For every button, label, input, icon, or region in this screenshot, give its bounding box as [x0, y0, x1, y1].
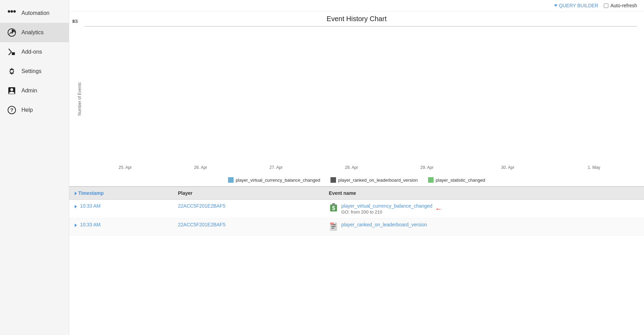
- x-tick-apr27: 27. Apr: [270, 165, 283, 170]
- svg-point-6: [10, 70, 13, 73]
- auto-refresh-control: Auto-refresh: [604, 3, 637, 8]
- sidebar-item-label: Admin: [21, 88, 37, 94]
- sidebar-item-label: Settings: [21, 68, 42, 74]
- col-event-label: Event name: [329, 190, 356, 196]
- legend-label-leaderboard: player_ranked_on_leaderboard_version: [338, 178, 418, 183]
- x-tick-apr28: 28. Apr: [345, 165, 358, 170]
- topbar: QUERY BUILDER Auto-refresh: [69, 0, 644, 11]
- settings-icon: [7, 66, 17, 76]
- svg-rect-4: [12, 52, 15, 55]
- x-tick-apr30: 30. Apr: [501, 165, 514, 170]
- chart-section: Event History Chart Number of Events 0 2…: [69, 11, 644, 186]
- analytics-icon: [7, 28, 17, 37]
- player-link-0[interactable]: 22ACC5F201E2BAF5: [178, 203, 225, 209]
- sidebar-item-addons[interactable]: Add-ons: [0, 42, 69, 62]
- chart-title: Event History Chart: [76, 15, 637, 23]
- sort-icon-timestamp: [75, 192, 77, 195]
- x-tick-apr26: 26. Apr: [194, 165, 207, 170]
- cell-event-0: $ player_virtual_currency_balance_change…: [323, 200, 644, 218]
- table-row: 10:33 AM 22ACC5F201E2BAF5: [69, 218, 644, 235]
- red-arrow-icon: ←: [435, 205, 442, 213]
- col-event-name: Event name: [323, 187, 644, 200]
- event-link-0[interactable]: player_virtual_currency_balance_changed: [341, 203, 432, 209]
- svg-text:?: ?: [10, 107, 13, 113]
- svg-point-0: [8, 10, 10, 13]
- chart-legend: player_virtual_currency_balance_changed …: [76, 177, 637, 183]
- x-axis: 25. Apr 26. Apr 27. Apr 28. Apr 29. Apr …: [98, 164, 637, 172]
- svg-rect-22: [330, 223, 334, 225]
- x-tick-apr25: 25. Apr: [119, 165, 132, 170]
- svg-point-8: [10, 88, 13, 91]
- col-timestamp-label: Timestamp: [78, 190, 104, 196]
- legend-color-leaderboard: [330, 177, 336, 183]
- x-tick-apr29: 29. Apr: [420, 165, 434, 170]
- col-player-label: Player: [178, 190, 192, 196]
- table-header-row: Timestamp Player Event name: [69, 187, 644, 200]
- col-timestamp[interactable]: Timestamp: [69, 187, 172, 200]
- legend-color-statistic: [428, 177, 434, 183]
- auto-refresh-checkbox[interactable]: [604, 3, 608, 8]
- cell-timestamp-0: 10:33 AM: [69, 200, 172, 218]
- sidebar: Automation Analytics Add-ons: [0, 0, 69, 335]
- chevron-down-icon: [554, 4, 557, 7]
- sidebar-item-automation[interactable]: Automation: [0, 3, 69, 23]
- automation-icon: [7, 8, 17, 18]
- cell-event-1: player_ranked_on_leaderboard_version: [323, 218, 644, 235]
- svg-point-1: [11, 10, 13, 13]
- table-row: 10:33 AM 22ACC5F201E2BAF5 $: [69, 200, 644, 218]
- event-link-1[interactable]: player_ranked_on_leaderboard_version: [341, 222, 427, 227]
- sidebar-item-label: Automation: [21, 10, 49, 16]
- event-info-0: player_virtual_currency_balance_changed …: [341, 203, 432, 215]
- chevron-right-icon: [75, 224, 77, 227]
- svg-text:$: $: [332, 205, 335, 211]
- sidebar-item-settings[interactable]: Settings: [0, 62, 69, 81]
- addons-icon: [7, 47, 17, 57]
- query-builder-button[interactable]: QUERY BUILDER: [554, 3, 598, 8]
- legend-color-currency: [228, 177, 234, 183]
- chart-svg-wrapper: [84, 27, 637, 164]
- chart-inner: 0 2.5 5 7.5 10: [84, 26, 637, 172]
- timestamp-link-1[interactable]: 10:33 AM: [80, 222, 100, 227]
- sidebar-item-label: Help: [21, 107, 33, 113]
- sidebar-item-label: Analytics: [21, 29, 44, 36]
- event-detail-0: GO: from 200 to 210: [341, 209, 432, 215]
- event-info-1: player_ranked_on_leaderboard_version: [341, 222, 427, 227]
- legend-label-currency: player_virtual_currency_balance_changed: [236, 178, 320, 183]
- event-name-cell-1: player_ranked_on_leaderboard_version: [329, 222, 638, 232]
- cell-player-1: 22ACC5F201E2BAF5: [172, 218, 323, 235]
- expand-icon-0[interactable]: [75, 204, 78, 209]
- sidebar-item-analytics[interactable]: Analytics: [0, 23, 69, 42]
- event-icon-currency: $: [329, 203, 338, 213]
- sidebar-item-help[interactable]: ? Help: [0, 100, 69, 120]
- event-name-cell-0: $ player_virtual_currency_balance_change…: [329, 203, 638, 215]
- main-content: QUERY BUILDER Auto-refresh Event History…: [69, 0, 644, 335]
- grid-line-100: [85, 26, 637, 26]
- x-tick-may1: 1. May: [588, 165, 600, 170]
- sidebar-item-label: Add-ons: [21, 49, 42, 55]
- expand-icon-1[interactable]: [75, 223, 78, 227]
- events-table: Timestamp Player Event name: [69, 187, 644, 235]
- svg-rect-17: [334, 203, 335, 205]
- timestamp-link-0[interactable]: 10:33 AM: [80, 203, 100, 209]
- chart-container: Number of Events 0 2.5 5 7.5 10: [76, 26, 637, 172]
- legend-item-leaderboard: player_ranked_on_leaderboard_version: [330, 177, 418, 183]
- auto-refresh-label: Auto-refresh: [610, 3, 637, 8]
- event-icon-leaderboard: [329, 222, 338, 232]
- sidebar-item-admin[interactable]: Admin: [0, 81, 69, 100]
- table-section: Timestamp Player Event name: [69, 186, 644, 335]
- legend-item-currency: player_virtual_currency_balance_changed: [228, 177, 320, 183]
- query-builder-label: QUERY BUILDER: [559, 3, 598, 8]
- player-link-1[interactable]: 22ACC5F201E2BAF5: [178, 222, 225, 227]
- cell-timestamp-1: 10:33 AM: [69, 218, 172, 235]
- y-tick-100: 10: [72, 19, 77, 24]
- svg-rect-16: [332, 203, 334, 205]
- col-player: Player: [172, 187, 323, 200]
- chevron-right-icon: [75, 205, 77, 208]
- legend-item-statistic: player_statistic_changed: [428, 177, 485, 183]
- help-icon: ?: [7, 105, 17, 115]
- svg-point-2: [13, 10, 16, 13]
- admin-icon: [7, 86, 17, 96]
- y-axis-label: Number of Events: [76, 26, 83, 172]
- legend-label-statistic: player_statistic_changed: [436, 178, 485, 183]
- cell-player-0: 22ACC5F201E2BAF5: [172, 200, 323, 218]
